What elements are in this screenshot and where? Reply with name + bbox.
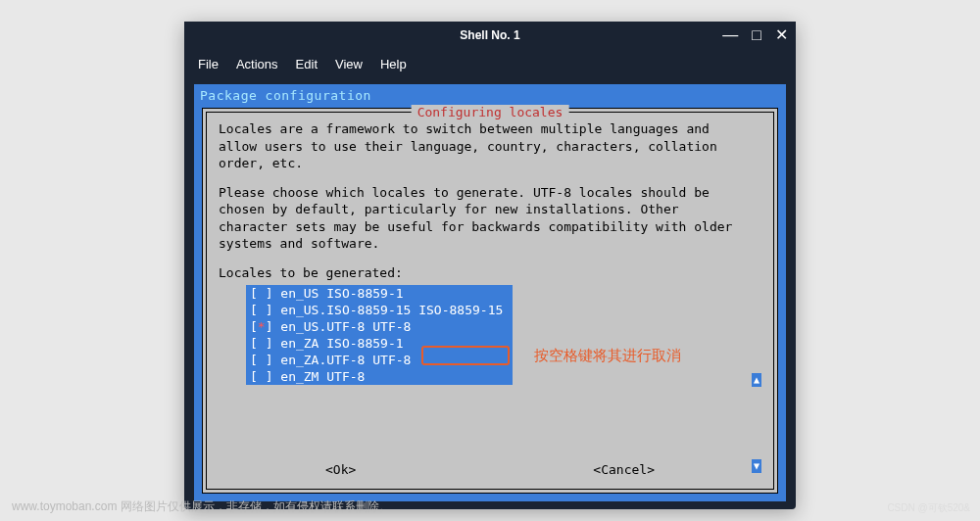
menu-actions[interactable]: Actions xyxy=(236,57,278,71)
terminal-area: Package configuration Configuring locale… xyxy=(194,84,786,501)
dialog-para2: Please choose which locales to generate.… xyxy=(219,184,761,253)
cancel-button[interactable]: <Cancel> xyxy=(593,462,655,477)
locale-list[interactable]: [ ] en_US ISO-8859-1 [ ] en_US.ISO-8859-… xyxy=(246,285,513,385)
locale-item[interactable]: [ ] en_US.ISO-8859-15 ISO-8859-15 xyxy=(246,302,513,318)
locale-dialog: Configuring locales Locales are a framew… xyxy=(202,108,778,494)
scrollbar[interactable]: ▲ ▼ xyxy=(752,373,761,473)
locale-item[interactable]: [ ] en_ZM UTF-8 xyxy=(246,368,513,385)
package-config-header: Package configuration xyxy=(194,84,786,107)
minimize-icon[interactable]: — xyxy=(722,27,738,43)
menu-help[interactable]: Help xyxy=(380,57,407,71)
dialog-title: Configuring locales xyxy=(412,105,569,119)
menubar: File Actions Edit View Help xyxy=(184,49,796,78)
close-icon[interactable]: ✕ xyxy=(775,27,788,43)
scroll-track[interactable] xyxy=(752,387,761,459)
maximize-icon[interactable]: □ xyxy=(752,27,761,43)
dialog-para1: Locales are a framework to switch betwee… xyxy=(219,120,761,172)
menu-file[interactable]: File xyxy=(198,57,219,71)
menu-view[interactable]: View xyxy=(335,57,363,71)
annotation-text: 按空格键将其进行取消 xyxy=(534,347,681,365)
window-title: Shell No. 1 xyxy=(460,28,519,42)
dialog-buttons: <Ok> <Cancel> xyxy=(207,462,773,477)
menu-edit[interactable]: Edit xyxy=(296,57,318,71)
terminal-window: Shell No. 1 — □ ✕ File Actions Edit View… xyxy=(184,22,796,509)
titlebar[interactable]: Shell No. 1 — □ ✕ xyxy=(184,22,796,49)
dialog-frame: Configuring locales Locales are a framew… xyxy=(206,112,774,490)
dialog-prompt: Locales to be generated: xyxy=(219,264,761,282)
locale-item[interactable]: [ ] en_US ISO-8859-1 xyxy=(246,285,513,302)
scroll-up-icon[interactable]: ▲ xyxy=(752,373,761,387)
locale-item-selected[interactable]: [*] en_US.UTF-8 UTF-8 xyxy=(246,318,513,335)
window-controls: — □ ✕ xyxy=(722,22,788,49)
watermark: www.toymoban.com 网络图片仅供展示，非存储，如有侵权请联系删除。 xyxy=(12,498,391,515)
annotation-box xyxy=(421,346,510,365)
csdn-watermark: CSDN @可钦520& xyxy=(887,501,970,515)
ok-button[interactable]: <Ok> xyxy=(325,462,356,477)
star-icon: * xyxy=(258,319,266,334)
